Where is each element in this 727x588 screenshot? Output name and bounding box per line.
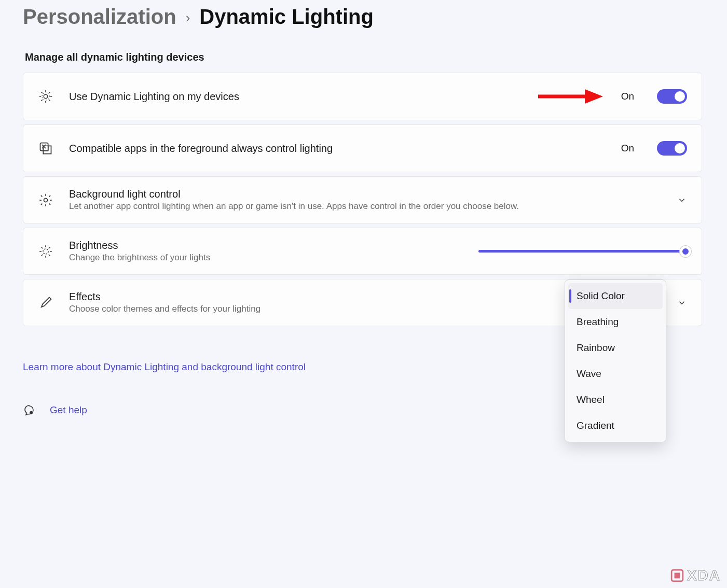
breadcrumb-parent[interactable]: Personalization xyxy=(23,5,176,29)
svg-point-16 xyxy=(43,249,48,254)
card-use-dynamic-lighting: Use Dynamic Lighting on my devices On xyxy=(23,73,702,120)
dropdown-item-breathing[interactable]: Breathing xyxy=(568,309,663,335)
brightness-icon xyxy=(38,244,53,259)
gear-icon xyxy=(38,192,53,208)
help-icon: ? xyxy=(23,404,35,416)
breadcrumb: Personalization › Dynamic Lighting xyxy=(23,5,702,29)
svg-point-0 xyxy=(44,94,47,98)
dropdown-item-solid-color[interactable]: Solid Color xyxy=(568,283,663,309)
setting-description: Choose color themes and effects for your… xyxy=(69,304,542,314)
toggle-use-dynamic-lighting[interactable] xyxy=(657,89,687,104)
slider-thumb-icon[interactable] xyxy=(680,246,691,257)
setting-title: Compatible apps in the foreground always… xyxy=(69,143,606,155)
toggle-state-label: On xyxy=(621,91,634,102)
section-label: Manage all dynamic lighting devices xyxy=(25,51,700,63)
setting-description: Change the brightness of your lights xyxy=(69,253,463,263)
page-title: Dynamic Lighting xyxy=(199,5,374,29)
svg-rect-28 xyxy=(674,573,680,579)
card-effects[interactable]: Effects Choose color themes and effects … xyxy=(23,279,702,326)
toggle-state-label: On xyxy=(621,143,634,154)
setting-title: Use Dynamic Lighting on my devices xyxy=(69,91,606,103)
toggle-compatible-apps[interactable] xyxy=(657,141,687,156)
dropdown-item-rainbow[interactable]: Rainbow xyxy=(568,335,663,361)
svg-text:?: ? xyxy=(31,412,32,414)
setting-description: Let another app control lighting when an… xyxy=(69,201,661,212)
chevron-down-icon xyxy=(677,298,687,308)
svg-line-24 xyxy=(49,247,50,248)
svg-line-9 xyxy=(49,92,50,93)
chevron-down-icon xyxy=(677,195,687,205)
dropdown-item-wave[interactable]: Wave xyxy=(568,361,663,387)
apps-icon xyxy=(38,141,53,156)
svg-line-21 xyxy=(42,247,43,248)
setting-title: Background light control xyxy=(69,188,661,200)
get-help-link[interactable]: Get help xyxy=(50,404,87,416)
dropdown-item-wheel[interactable]: Wheel xyxy=(568,387,663,413)
svg-line-23 xyxy=(42,255,43,256)
svg-line-6 xyxy=(42,92,43,93)
chevron-right-icon: › xyxy=(186,10,190,26)
brightness-slider[interactable] xyxy=(478,250,686,253)
brush-icon xyxy=(38,295,53,311)
setting-title: Brightness xyxy=(69,240,463,251)
svg-line-8 xyxy=(42,100,43,101)
card-background-light-control[interactable]: Background light control Let another app… xyxy=(23,176,702,223)
svg-line-22 xyxy=(49,255,50,256)
setting-title: Effects xyxy=(69,291,542,303)
card-brightness: Brightness Change the brightness of your… xyxy=(23,228,702,275)
svg-line-7 xyxy=(49,100,50,101)
dropdown-item-gradient[interactable]: Gradient xyxy=(568,413,663,439)
dynamic-lighting-icon xyxy=(38,89,53,104)
xda-logo-icon xyxy=(670,569,684,582)
learn-more-link[interactable]: Learn more about Dynamic Lighting and ba… xyxy=(23,361,306,373)
effects-dropdown: Solid Color Breathing Rainbow Wave Wheel… xyxy=(565,279,666,442)
card-compatible-apps: Compatible apps in the foreground always… xyxy=(23,124,702,172)
watermark-text: XDA xyxy=(687,567,721,584)
watermark: XDA xyxy=(670,567,721,584)
svg-point-1 xyxy=(42,93,49,100)
